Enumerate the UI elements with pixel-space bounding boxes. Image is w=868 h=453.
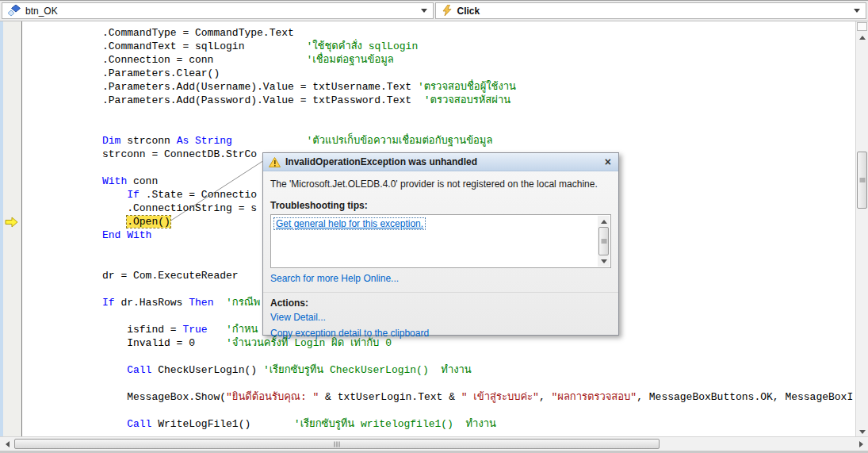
exception-dialog-body: The 'Microsoft.Jet.OLEDB.4.0' provider i… [263, 171, 618, 339]
search-help-online-link[interactable]: Search for more Help Online... [270, 273, 611, 284]
current-statement-arrow-icon [5, 217, 18, 228]
object-combo-value: btn_OK [25, 6, 58, 17]
event-combo[interactable]: Click [435, 2, 867, 19]
code-segment: "ผลการตรวจสอบ" [551, 391, 637, 403]
code-segment: .ConnectionString = s [102, 202, 257, 214]
code-line: .Parameters.Add(Username).Value = txtUse… [102, 80, 853, 94]
code-segment: Then [189, 297, 213, 309]
event-icon [442, 5, 453, 17]
code-segment: strconn = ConnectDB.StrCo [102, 148, 257, 160]
code-segment: .Parameters.Clear() [102, 67, 220, 79]
indicator-margin [0, 21, 22, 438]
code-segment: MessageBox.Show( [102, 391, 226, 403]
code-segment: 'ใช้ชุดคำสั่ง sqlLogin [244, 40, 418, 52]
code-segment: 'เรียกซับรูทีน CheckUserLogin() ทำงาน [263, 364, 472, 376]
code-line: .Parameters.Add(Password).Value = txtPas… [102, 94, 853, 107]
code-line: Call WriteLogFile1() 'เรียกซับรูทีน writ… [102, 417, 853, 431]
troubleshooting-tips-list: Get general help for this exception. [270, 214, 611, 268]
code-line [102, 107, 853, 121]
code-segment: .CommandType = CommandType.Text [102, 27, 294, 39]
code-segment: strconn [120, 135, 176, 147]
code-segment: CheckUserLogin() [151, 364, 262, 376]
actions-label: Actions: [270, 298, 611, 309]
code-segment: .Parameters.Add(Username).Value = txtUse… [102, 81, 411, 93]
dialog-separator [263, 292, 618, 293]
code-line: Dim strconn As String 'ตัวแปรเก็บข้อความ… [102, 134, 853, 148]
exception-message: The 'Microsoft.Jet.OLEDB.4.0' provider i… [270, 179, 611, 190]
code-segment: 'กำหน [208, 324, 258, 336]
chevron-down-icon[interactable] [854, 9, 860, 13]
code-segment: .State = Connectio [140, 189, 257, 201]
copy-exception-link[interactable]: Copy exception detail to the clipboard [270, 328, 611, 339]
tip-link[interactable]: Get general help for this exception. [273, 217, 426, 230]
editor-surface[interactable]: .CommandType = CommandType.Text.CommandT… [0, 21, 855, 438]
code-segment: , MessageBoxButtons.OK, MessageBoxI [637, 391, 853, 403]
code-line: .Parameters.Clear() [102, 67, 853, 80]
code-segment: End With [102, 229, 151, 241]
horizontal-scrollbar[interactable] [0, 436, 868, 451]
scroll-down-icon[interactable] [598, 255, 610, 267]
code-segment [102, 418, 127, 430]
close-icon[interactable]: × [603, 156, 613, 167]
view-detail-link[interactable]: View Detail... [270, 312, 611, 323]
scroll-up-icon[interactable] [598, 216, 610, 227]
chevron-down-icon[interactable] [421, 9, 427, 13]
code-segment: dr = Com.ExecuteReader [102, 270, 239, 282]
code-segment: , [539, 391, 552, 403]
code-segment: WriteLogFile1() [151, 418, 250, 430]
code-editor-window: btn_OK Click .CommandType = CommandType.… [0, 0, 868, 453]
exception-dialog: InvalidOperationException was unhandled … [262, 152, 619, 336]
code-segment: dr.HasRows [115, 297, 189, 309]
code-line [102, 121, 853, 134]
code-segment [102, 189, 127, 201]
current-statement-highlight: .Open() [127, 216, 170, 228]
scroll-left-icon[interactable] [1, 437, 13, 451]
code-segment: 'ตัวแปรเก็บข้อความเชื่อมต่อกับฐานข้อมูล [232, 135, 493, 147]
code-segment [102, 216, 127, 228]
code-segment: .Parameters.Add(Password).Value = txtPas… [102, 94, 411, 106]
code-segment: " เข้าสู่ระบบค่ะ" [461, 391, 539, 403]
code-segment: conn [127, 175, 158, 187]
vertical-scrollbar[interactable] [855, 21, 868, 438]
code-segment: Call [127, 418, 151, 430]
exception-dialog-titlebar: InvalidOperationException was unhandled … [263, 153, 618, 171]
code-segment: String [195, 135, 232, 147]
troubleshooting-label: Troubleshooting tips: [270, 200, 611, 211]
code-segment: "ยินดีต้อนรับคุณ: " [226, 391, 319, 403]
code-segment: 'เชื่อมต่อฐานข้อมูล [213, 54, 393, 66]
vertical-scrollbar-thumb[interactable] [857, 152, 867, 209]
code-line [102, 377, 853, 390]
scroll-right-icon[interactable] [855, 437, 867, 451]
horizontal-scrollbar-thumb[interactable] [14, 439, 660, 449]
code-segment: As [177, 135, 189, 147]
split-handle[interactable] [857, 22, 867, 31]
object-combo[interactable]: btn_OK [2, 2, 434, 19]
event-combo-value: Click [457, 6, 480, 17]
code-line [102, 350, 853, 363]
code-line: Call CheckUserLogin() 'เรียกซับรูทีน Che… [102, 363, 853, 377]
code-line: MessageBox.Show("ยินดีต้อนรับคุณ: " & tx… [102, 390, 853, 404]
code-segment: 'กรณีพ [213, 297, 260, 309]
code-segment: Call [127, 364, 151, 376]
navigation-bar: btn_OK Click [0, 1, 868, 21]
field-icon [8, 5, 21, 17]
code-line: .CommandText = sqlLogin 'ใช้ชุดคำสั่ง sq… [102, 40, 853, 53]
code-segment: Dim [102, 135, 120, 147]
code-segment: & txtUserLogin.Text & [319, 391, 461, 403]
tips-scrollbar[interactable] [598, 216, 610, 267]
code-line: .Connection = conn 'เชื่อมต่อฐานข้อมูล [102, 53, 853, 67]
tips-scrollbar-thumb[interactable] [598, 227, 609, 255]
code-segment: If [127, 189, 140, 201]
code-segment: isfind = [102, 324, 182, 336]
code-segment: 'ตรวจสอบชื่อผู้ใช้งาน [411, 81, 516, 93]
code-segment: 'เรียกซับรูทีน writelogfile1() ทำงาน [250, 418, 496, 430]
code-segment [102, 364, 127, 376]
code-segment: .Connection = conn [102, 54, 213, 66]
code-segment: 'จำนวนครั้งที่ Login ผิด เท่ากับ 0 [195, 337, 392, 349]
code-segment: True [182, 324, 207, 336]
warning-icon [269, 157, 281, 167]
code-line [102, 404, 853, 417]
code-segment: If [102, 297, 115, 309]
scroll-up-icon[interactable] [856, 32, 868, 44]
code-segment [189, 135, 195, 147]
